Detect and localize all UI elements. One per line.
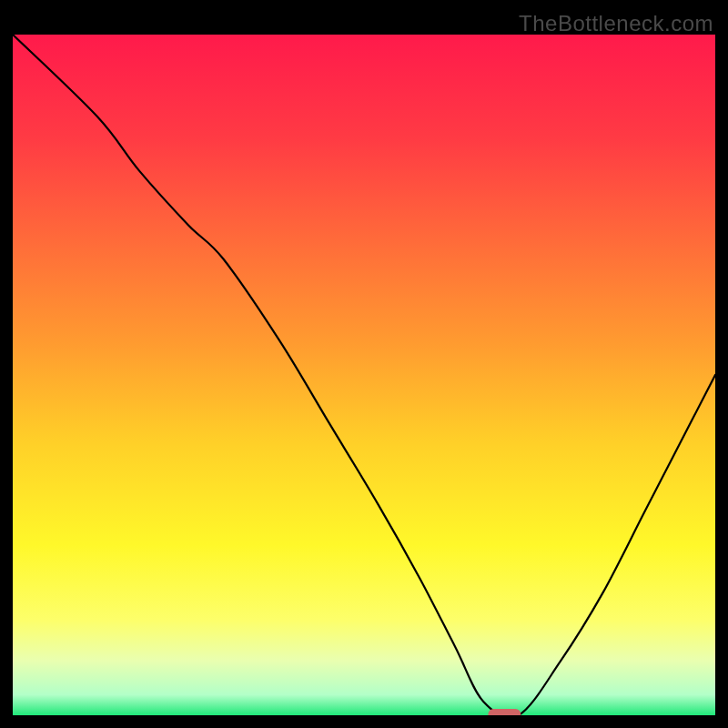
optimum-marker xyxy=(488,709,521,715)
chart-gradient-bg xyxy=(13,35,715,715)
bottleneck-chart xyxy=(13,35,715,715)
chart-frame: TheBottleneck.com xyxy=(13,13,715,715)
watermark-text: TheBottleneck.com xyxy=(519,11,713,36)
